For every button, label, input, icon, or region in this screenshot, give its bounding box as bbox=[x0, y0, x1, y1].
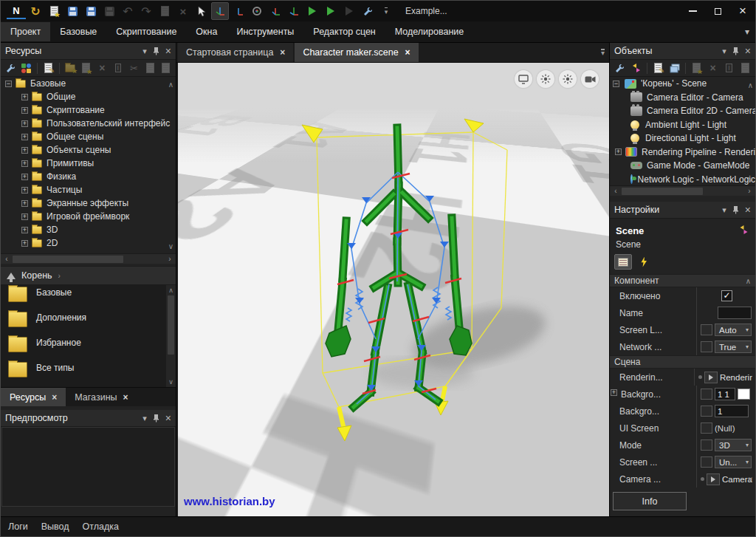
refresh-icon[interactable]: ↻ bbox=[27, 2, 44, 20]
shadows-icon[interactable] bbox=[559, 70, 577, 88]
reference-button[interactable] bbox=[707, 473, 720, 485]
tree-item[interactable]: +Физика bbox=[1, 170, 176, 183]
menu-modeling[interactable]: Моделирование bbox=[385, 22, 474, 41]
horizontal-scrollbar[interactable]: ‹ › bbox=[1, 253, 176, 264]
default-flag-box[interactable] bbox=[701, 439, 712, 451]
shapes-icon[interactable] bbox=[20, 61, 34, 75]
panel-menu-icon[interactable]: ▾ bbox=[142, 414, 147, 423]
tab-properties[interactable] bbox=[614, 254, 632, 270]
horizontal-scrollbar[interactable]: ‹ › bbox=[610, 185, 755, 196]
close-icon[interactable]: × bbox=[165, 412, 171, 424]
tree-item[interactable]: +Общие bbox=[1, 90, 176, 103]
scale-tool-icon[interactable] bbox=[267, 2, 284, 20]
tab-debug[interactable]: Отладка bbox=[83, 521, 119, 532]
redo-icon[interactable]: ↷ bbox=[137, 2, 155, 20]
expand-icon[interactable]: + bbox=[21, 213, 28, 220]
tools-icon[interactable] bbox=[4, 61, 18, 75]
scroll-up-icon[interactable]: ∧ bbox=[168, 81, 173, 89]
delete-icon[interactable]: × bbox=[95, 61, 109, 75]
collapse-icon[interactable]: − bbox=[5, 81, 12, 87]
scroll-down-icon[interactable]: ∨ bbox=[748, 475, 753, 483]
cut-icon[interactable]: ✂ bbox=[127, 61, 141, 75]
tools-icon[interactable] bbox=[359, 2, 377, 20]
scroll-up-icon[interactable]: ∧ bbox=[748, 81, 753, 89]
edit-resource-icon[interactable]: ✎ bbox=[41, 61, 55, 75]
enabled-checkbox[interactable]: ✓ bbox=[721, 290, 732, 301]
info-button[interactable]: Info bbox=[613, 492, 687, 510]
expand-icon[interactable]: + bbox=[21, 160, 28, 167]
list-item[interactable]: Все типы bbox=[1, 360, 176, 386]
pin-icon[interactable] bbox=[732, 47, 739, 55]
scroll-left-icon[interactable]: ‹ bbox=[1, 255, 13, 263]
windows-icon[interactable] bbox=[667, 61, 681, 75]
tree-item[interactable]: Directional Light - Light bbox=[610, 131, 755, 146]
tab-character-maker-scene[interactable]: Character maker.scene× bbox=[295, 43, 418, 62]
tree-item[interactable]: +Rendering Pipeline - Rendering Pipeline bbox=[610, 146, 755, 160]
scrollbar-thumb[interactable] bbox=[168, 295, 174, 355]
expand-icon[interactable]: + bbox=[21, 187, 28, 194]
expand-icon[interactable]: + bbox=[21, 107, 28, 114]
minimize-button[interactable] bbox=[680, 1, 705, 21]
duplicate-icon[interactable] bbox=[156, 2, 173, 20]
undo-icon[interactable]: ↶ bbox=[119, 2, 137, 20]
edit-object-icon[interactable]: ✎ bbox=[651, 61, 665, 75]
move-axis-tool-icon[interactable] bbox=[230, 2, 247, 20]
default-flag-box[interactable] bbox=[701, 341, 712, 352]
section-scene[interactable]: Сцена bbox=[610, 355, 755, 369]
background-multiplier-input[interactable]: 1 bbox=[715, 405, 749, 417]
expand-icon[interactable]: + bbox=[21, 134, 28, 140]
close-button[interactable]: × bbox=[730, 1, 755, 21]
type-settings-icon[interactable] bbox=[738, 225, 749, 237]
close-icon[interactable]: × bbox=[52, 392, 57, 403]
tab-stores[interactable]: Магазины× bbox=[66, 388, 137, 406]
copy-icon[interactable] bbox=[143, 61, 157, 75]
tab-events[interactable] bbox=[635, 254, 653, 270]
close-icon[interactable]: × bbox=[280, 47, 285, 58]
network-dropdown[interactable]: True▾ bbox=[715, 341, 752, 353]
expand-icon[interactable]: + bbox=[21, 120, 28, 127]
expand-icon[interactable]: + bbox=[611, 389, 617, 396]
tab-output[interactable]: Вывод bbox=[41, 521, 69, 532]
close-icon[interactable]: × bbox=[165, 45, 171, 57]
play-disabled-icon[interactable] bbox=[340, 2, 358, 20]
menu-windows[interactable]: Окна bbox=[186, 22, 227, 41]
section-component[interactable]: Компонент ∧ bbox=[610, 274, 755, 287]
scroll-down-icon[interactable]: ∨ bbox=[166, 378, 176, 386]
delete-icon[interactable]: × bbox=[174, 2, 192, 20]
scroll-up-icon[interactable]: ∧ bbox=[166, 287, 176, 294]
scroll-left-icon[interactable]: ‹ bbox=[610, 187, 622, 195]
default-flag-box[interactable] bbox=[701, 456, 712, 468]
watermark-link[interactable]: www.historian.by bbox=[184, 495, 275, 507]
default-flag-box[interactable] bbox=[701, 389, 712, 400]
close-icon[interactable]: × bbox=[745, 45, 751, 57]
tree-item[interactable]: Camera Editor - Camera bbox=[610, 91, 755, 105]
expand-icon[interactable]: + bbox=[21, 174, 28, 180]
toolbar-overflow-icon[interactable]: ▾ bbox=[377, 2, 395, 20]
camera-view-icon[interactable] bbox=[581, 70, 599, 88]
tree-item[interactable]: +Частицы bbox=[1, 183, 176, 196]
vertical-scrollbar[interactable]: ∧ ∨ bbox=[166, 285, 176, 387]
menu-overflow-icon[interactable]: ▾ bbox=[745, 27, 749, 37]
scrollbar-thumb[interactable] bbox=[13, 256, 123, 263]
tree-item[interactable]: +Объекты сцены bbox=[1, 143, 176, 157]
screen-label-dropdown[interactable]: Auto▾ bbox=[715, 324, 752, 336]
name-input[interactable] bbox=[718, 307, 752, 319]
tree-item[interactable]: +Экранные эффекты bbox=[1, 196, 176, 210]
tools-icon[interactable] bbox=[613, 61, 627, 75]
tree-item[interactable]: +Игровой фреймворк bbox=[1, 210, 176, 223]
background-color-input[interactable]: 1 1 bbox=[715, 388, 735, 400]
new-resource-icon[interactable]: ★ bbox=[79, 61, 93, 75]
expand-icon[interactable]: + bbox=[21, 200, 28, 207]
pin-icon[interactable] bbox=[732, 205, 739, 214]
transform-arrows-icon[interactable] bbox=[629, 61, 643, 75]
rename-icon[interactable]: I bbox=[722, 61, 736, 75]
scroll-right-icon[interactable]: › bbox=[164, 255, 176, 263]
menu-scripting[interactable]: Скриптование bbox=[106, 22, 186, 41]
tab-start-page[interactable]: Стартовая страница× bbox=[178, 43, 293, 62]
screen-orientation-dropdown[interactable]: Un...▾ bbox=[715, 456, 752, 468]
new-folder-icon[interactable]: ★ bbox=[63, 61, 78, 75]
save-as-icon[interactable] bbox=[82, 2, 100, 20]
tab-list-icon[interactable]: ▾ bbox=[601, 49, 605, 56]
move-tool-icon[interactable] bbox=[211, 2, 229, 20]
rotate-tool-icon[interactable] bbox=[248, 2, 266, 20]
